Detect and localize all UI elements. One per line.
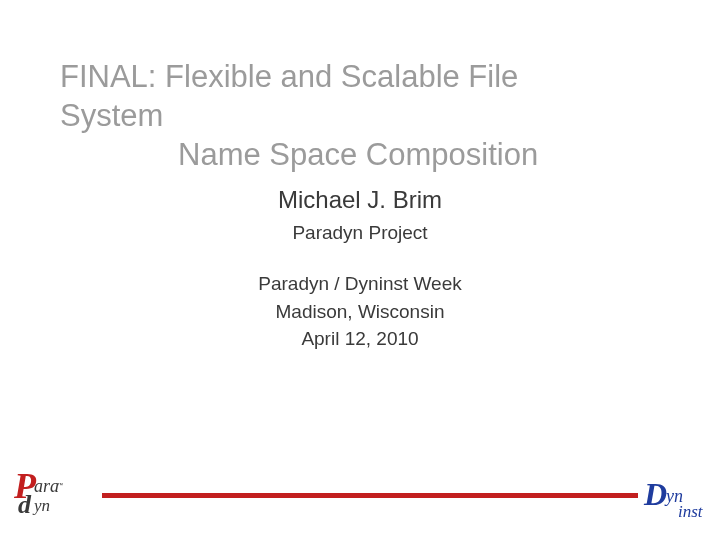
paradyn-logo-yn: yn (34, 496, 50, 516)
author-name: Michael J. Brim (0, 186, 720, 214)
paradyn-logo-ara: ara (34, 476, 59, 497)
slide-title: FINAL: Flexible and Scalable File System… (60, 58, 620, 174)
event-location: Madison, Wisconsin (0, 298, 720, 326)
dyninst-logo-inst: inst (678, 502, 703, 522)
dyninst-logo-d: D (644, 476, 667, 513)
paradyn-logo: P ara d yn ™ (12, 470, 90, 520)
author-affiliation: Paradyn Project (0, 222, 720, 244)
title-line-1: FINAL: Flexible and Scalable File System (60, 58, 620, 136)
dyninst-logo: D yn inst (644, 480, 714, 522)
slide: FINAL: Flexible and Scalable File System… (0, 0, 720, 540)
footer-divider (102, 493, 638, 498)
title-line-2: Name Space Composition (60, 136, 620, 175)
event-date: April 12, 2010 (0, 325, 720, 353)
paradyn-logo-d: d (18, 490, 31, 520)
event-name: Paradyn / Dyninst Week (0, 270, 720, 298)
paradyn-logo-tm: ™ (57, 482, 63, 488)
author-block: Michael J. Brim Paradyn Project Paradyn … (0, 186, 720, 353)
